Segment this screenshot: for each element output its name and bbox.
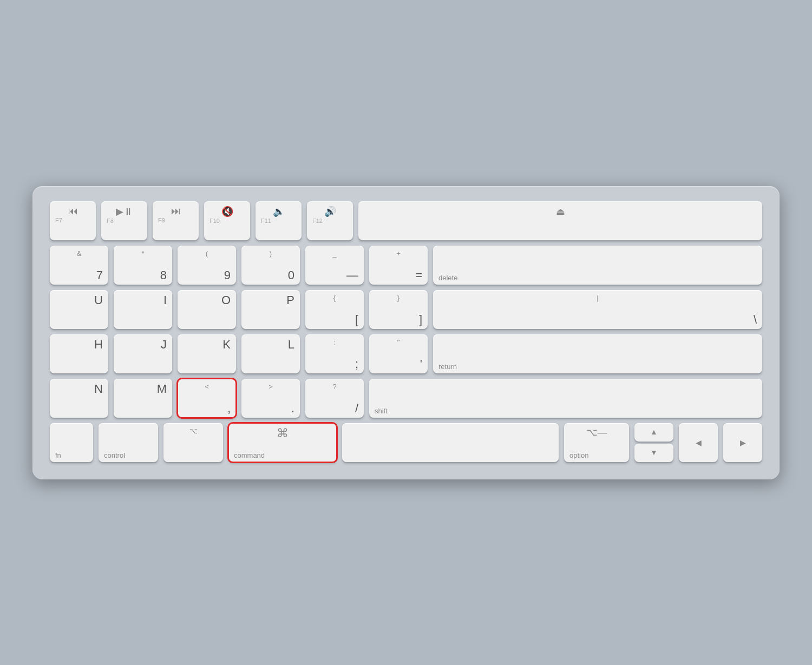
f9-icon: ⏭ <box>171 206 181 217</box>
key-comma-main: , <box>227 403 231 414</box>
key-arrow-down[interactable]: ▼ <box>634 444 673 462</box>
key-arrow-up-icon: ▲ <box>650 428 658 437</box>
key-i-main: I <box>163 294 167 306</box>
key-equals[interactable]: + = <box>369 246 428 285</box>
key-minus-top: _ <box>332 250 336 257</box>
key-return[interactable]: return <box>433 334 762 373</box>
key-fn[interactable]: fn <box>50 423 93 462</box>
key-shift-right[interactable]: shift <box>369 379 762 418</box>
key-0[interactable]: ) 0 <box>241 246 300 285</box>
key-n-main: N <box>94 383 103 395</box>
f10-label: F10 <box>209 218 220 224</box>
key-9[interactable]: ( 9 <box>178 246 236 285</box>
key-0-main: 0 <box>288 269 294 281</box>
key-arrow-left[interactable]: ◀ <box>679 423 718 462</box>
key-arrow-up[interactable]: ▲ <box>634 423 673 442</box>
key-option-right-label: option <box>569 452 588 459</box>
key-space[interactable] <box>342 423 559 462</box>
key-7-main: 7 <box>96 269 103 281</box>
key-f10[interactable]: 🔇 F10 <box>204 201 250 240</box>
fn-key-row: ⏮ F7 ▶⏸ F8 ⏭ F9 🔇 F10 🔈 F11 <box>50 201 762 240</box>
key-0-top: ) <box>270 250 272 257</box>
key-eject[interactable]: ⏏ <box>358 201 762 240</box>
f12-icon: 🔊 <box>324 206 336 218</box>
key-minus-main: — <box>346 269 358 281</box>
key-semicolon[interactable]: : ; <box>305 334 364 373</box>
f8-icon: ▶⏸ <box>116 206 133 218</box>
key-command[interactable]: ⌘ command <box>228 423 337 462</box>
key-equals-top: + <box>396 250 401 257</box>
key-p[interactable]: P <box>241 290 300 329</box>
key-option-left-icon: ⌥ <box>189 427 198 434</box>
key-control[interactable]: control <box>99 423 158 462</box>
key-h[interactable]: H <box>50 334 108 373</box>
key-rbracket-main: ] <box>419 314 422 326</box>
nm-key-row: N M < , > . ? / shift <box>50 379 762 418</box>
key-u-main: U <box>94 294 103 306</box>
key-command-label: command <box>234 452 265 459</box>
key-9-top: ( <box>206 250 208 257</box>
key-minus[interactable]: _ — <box>305 246 364 285</box>
key-o[interactable]: O <box>178 290 236 329</box>
key-option-right-icon: ⌥— <box>586 427 607 437</box>
f11-icon: 🔈 <box>273 206 285 218</box>
key-arrow-right-icon: ▶ <box>740 438 746 447</box>
key-f11[interactable]: 🔈 F11 <box>256 201 302 240</box>
number-key-row: & 7 * 8 ( 9 ) 0 _ — + = delete <box>50 246 762 285</box>
key-f12[interactable]: 🔊 F12 <box>307 201 353 240</box>
key-arrow-right[interactable]: ▶ <box>723 423 762 462</box>
key-rbracket[interactable]: } ] <box>369 290 428 329</box>
key-arrow-down-icon: ▼ <box>650 449 658 457</box>
key-shift-label: shift <box>375 407 388 414</box>
key-l-main: L <box>288 339 294 351</box>
key-8-top: * <box>141 250 144 257</box>
key-f8[interactable]: ▶⏸ F8 <box>101 201 147 240</box>
key-7-top: & <box>77 250 82 257</box>
key-fn-label: fn <box>55 452 61 459</box>
key-h-main: H <box>94 339 103 351</box>
f11-label: F11 <box>261 218 271 224</box>
key-lbracket[interactable]: { [ <box>305 290 364 329</box>
key-period[interactable]: > . <box>241 379 300 418</box>
key-8[interactable]: * 8 <box>114 246 172 285</box>
key-backslash[interactable]: | \ <box>433 290 762 329</box>
key-f7[interactable]: ⏮ F7 <box>50 201 96 240</box>
jkl-key-row: H J K L : ; " ' return <box>50 334 762 373</box>
key-slash[interactable]: ? / <box>305 379 364 418</box>
key-u[interactable]: U <box>50 290 108 329</box>
key-k[interactable]: K <box>178 334 236 373</box>
key-delete-label: delete <box>438 274 457 281</box>
key-quote-top: " <box>397 339 400 346</box>
key-f9[interactable]: ⏭ F9 <box>153 201 199 240</box>
key-l[interactable]: L <box>241 334 300 373</box>
key-period-main: . <box>291 403 294 414</box>
key-backslash-main: \ <box>754 314 757 326</box>
key-delete[interactable]: delete <box>433 246 762 285</box>
key-period-top: > <box>269 383 273 390</box>
key-arrow-left-icon: ◀ <box>696 438 702 447</box>
key-option-left[interactable]: ⌥ <box>163 423 223 462</box>
eject-icon: ⏏ <box>556 206 565 218</box>
key-j[interactable]: J <box>114 334 172 373</box>
key-slash-main: / <box>355 403 358 414</box>
key-m[interactable]: M <box>114 379 172 418</box>
f12-label: F12 <box>312 218 323 224</box>
key-k-main: K <box>222 339 231 351</box>
key-o-main: O <box>221 294 231 306</box>
key-quote[interactable]: " ' <box>369 334 428 373</box>
key-comma[interactable]: < , <box>178 379 236 418</box>
key-control-label: control <box>104 452 125 459</box>
key-n[interactable]: N <box>50 379 108 418</box>
f8-label: F8 <box>107 218 114 224</box>
key-i[interactable]: I <box>114 290 172 329</box>
key-equals-main: = <box>415 269 422 281</box>
key-return-label: return <box>438 363 457 370</box>
keyboard: ⏮ F7 ▶⏸ F8 ⏭ F9 🔇 F10 🔈 F11 <box>32 186 780 479</box>
f9-label: F9 <box>158 217 165 223</box>
uiop-key-row: U I O P { [ } ] | \ <box>50 290 762 329</box>
key-rbracket-top: } <box>397 294 400 301</box>
key-7[interactable]: & 7 <box>50 246 108 285</box>
key-option-right[interactable]: ⌥— option <box>564 423 629 462</box>
key-comma-top: < <box>205 383 209 390</box>
f7-icon: ⏮ <box>68 206 78 217</box>
